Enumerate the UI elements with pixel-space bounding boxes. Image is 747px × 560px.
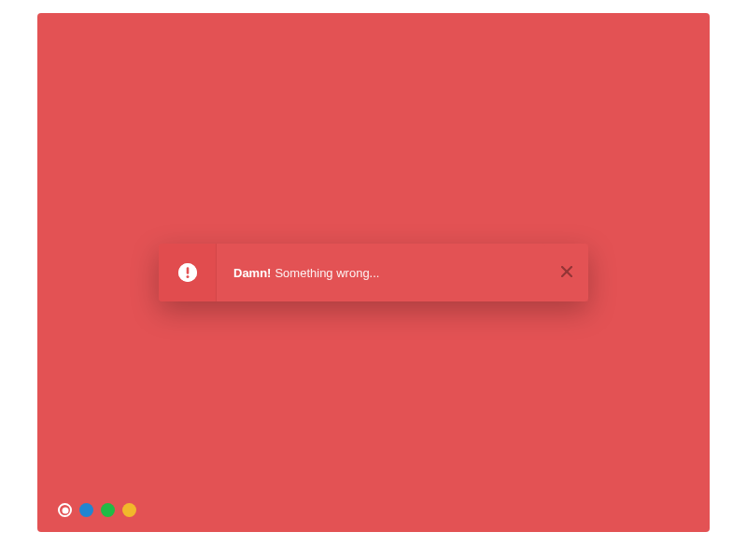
theme-dot-blue[interactable] — [79, 503, 93, 517]
theme-dot-yellow[interactable] — [122, 503, 136, 517]
stage: Damn! Something wrong... — [37, 13, 710, 532]
alert-text: Something wrong... — [275, 266, 379, 280]
alert: Damn! Something wrong... — [159, 244, 588, 301]
alert-body: Damn! Something wrong... — [217, 244, 545, 301]
exclamation-icon — [178, 263, 197, 282]
close-button[interactable] — [545, 244, 588, 301]
alert-icon-box — [159, 244, 217, 301]
svg-point-2 — [186, 275, 189, 278]
svg-rect-1 — [186, 267, 189, 274]
close-icon — [561, 266, 572, 280]
theme-dot-green[interactable] — [101, 503, 115, 517]
alert-title: Damn! — [233, 266, 271, 280]
theme-dot-red[interactable] — [58, 503, 72, 517]
theme-dots — [58, 503, 136, 517]
